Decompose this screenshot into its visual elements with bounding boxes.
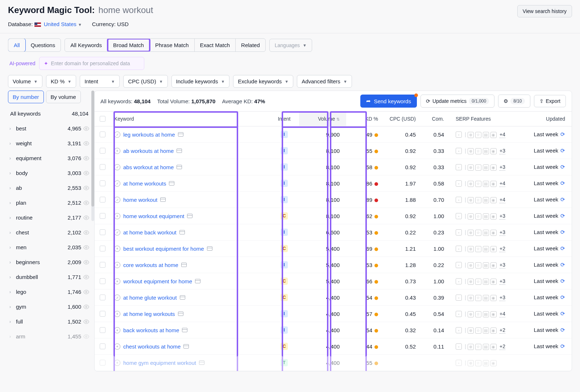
tab-related[interactable]: Related bbox=[236, 39, 265, 51]
serp-more[interactable]: +3 bbox=[500, 295, 505, 301]
sidebar-item-full[interactable]: ›full1,502 bbox=[8, 314, 91, 329]
serp-window-icon[interactable] bbox=[183, 344, 189, 349]
sidebar-item-dumbbell[interactable]: ›dumbbell1,771 bbox=[8, 270, 91, 284]
sidebar-item-ab[interactable]: ›ab2,553 bbox=[8, 180, 91, 195]
languages-dropdown[interactable]: Languages ▼ bbox=[269, 39, 312, 52]
row-checkbox[interactable] bbox=[100, 327, 105, 333]
refresh-icon[interactable]: ⟳ bbox=[560, 213, 565, 219]
plus-icon[interactable]: + bbox=[114, 246, 120, 252]
filter-cpc[interactable]: CPC (USD)▼ bbox=[123, 75, 167, 88]
check-icon[interactable]: ✓ bbox=[114, 197, 120, 203]
serp-more[interactable]: +3 bbox=[500, 262, 505, 268]
col-com[interactable]: Com. bbox=[419, 112, 448, 126]
refresh-icon[interactable]: ⟳ bbox=[560, 147, 565, 154]
sidebar-item-routine[interactable]: ›routine2,177 bbox=[8, 210, 91, 225]
keyword-link[interactable]: at home workouts bbox=[123, 180, 166, 187]
col-serp[interactable]: SERP Features bbox=[448, 112, 517, 126]
tab-phrase-match[interactable]: Phrase Match bbox=[150, 39, 195, 51]
row-checkbox[interactable] bbox=[100, 278, 105, 284]
keyword-link[interactable]: best workout equipment for home bbox=[123, 246, 204, 252]
filter-volume[interactable]: Volume▼ bbox=[8, 75, 42, 88]
serp-more[interactable]: +4 bbox=[500, 132, 505, 138]
sidebar-item-plan[interactable]: ›plan2,512 bbox=[8, 195, 91, 210]
refresh-icon[interactable]: ⟳ bbox=[560, 229, 565, 235]
serp-window-icon[interactable] bbox=[181, 263, 187, 267]
row-checkbox[interactable] bbox=[100, 148, 105, 154]
tab-questions[interactable]: Questions bbox=[25, 39, 61, 51]
col-cpc[interactable]: CPC (USD) bbox=[383, 112, 419, 126]
refresh-icon[interactable]: ⟳ bbox=[560, 180, 565, 186]
serp-more[interactable]: +2 bbox=[500, 246, 505, 252]
plus-icon[interactable]: + bbox=[114, 148, 120, 154]
serp-window-icon[interactable] bbox=[177, 165, 182, 169]
keyword-link[interactable]: at home glute workout bbox=[123, 295, 177, 301]
serp-window-icon[interactable] bbox=[207, 246, 212, 251]
serp-more[interactable]: +3 bbox=[500, 213, 505, 220]
keyword-link[interactable]: home workout bbox=[123, 197, 157, 203]
tab-broad-match[interactable]: Broad Match bbox=[108, 39, 150, 51]
serp-window-icon[interactable] bbox=[169, 181, 174, 185]
sidebar-item-arm[interactable]: ›arm1,455 bbox=[8, 329, 91, 344]
sidebar-scrollbar[interactable] bbox=[91, 91, 94, 221]
plus-icon[interactable]: + bbox=[114, 213, 120, 219]
refresh-icon[interactable]: ⟳ bbox=[560, 164, 565, 170]
sidebar-all-keywords[interactable]: All keywords 48,104 bbox=[8, 106, 91, 121]
sidebar-item-lego[interactable]: ›lego1,746 bbox=[8, 284, 91, 299]
row-checkbox[interactable] bbox=[100, 311, 105, 317]
serp-window-icon[interactable] bbox=[187, 214, 192, 218]
col-updated[interactable]: Updated bbox=[517, 112, 572, 126]
serp-more[interactable]: +4 bbox=[500, 180, 505, 187]
row-checkbox[interactable] bbox=[100, 180, 105, 186]
serp-window-icon[interactable] bbox=[195, 279, 200, 283]
send-keywords-button[interactable]: ➦ Send keywords bbox=[360, 95, 417, 108]
keyword-link[interactable]: workout equipment for home bbox=[123, 278, 192, 284]
check-icon[interactable]: ✓ bbox=[114, 180, 120, 187]
sidebar-item-best[interactable]: ›best4,965 bbox=[8, 121, 91, 136]
col-intent[interactable]: Intent bbox=[269, 112, 299, 126]
refresh-icon[interactable]: ⟳ bbox=[560, 294, 565, 300]
keyword-link[interactable]: back workouts at home bbox=[123, 327, 179, 333]
sidebar-item-body[interactable]: ›body3,003 bbox=[8, 166, 91, 180]
update-metrics-button[interactable]: ⟳ Update metrics 0/1,000 bbox=[420, 95, 494, 108]
serp-window-icon[interactable] bbox=[177, 149, 182, 153]
row-checkbox[interactable] bbox=[100, 343, 105, 349]
keyword-link[interactable]: home workout equipment bbox=[123, 213, 184, 219]
tab-exact-match[interactable]: Exact Match bbox=[195, 39, 236, 51]
keyword-link[interactable]: ab workouts at home bbox=[123, 148, 174, 154]
sidebar-item-chest[interactable]: ›chest2,102 bbox=[8, 225, 91, 240]
serp-window-icon[interactable] bbox=[178, 132, 183, 137]
check-icon[interactable]: ✓ bbox=[114, 132, 120, 138]
keyword-link[interactable]: home gym equipment workout bbox=[123, 360, 196, 366]
serp-window-icon[interactable] bbox=[160, 197, 166, 202]
refresh-icon[interactable]: ⟳ bbox=[560, 327, 565, 333]
sidebar-item-gym[interactable]: ›gym1,600 bbox=[8, 299, 91, 314]
plus-icon[interactable]: + bbox=[114, 311, 120, 317]
filter-intent[interactable]: Intent▼ bbox=[80, 75, 120, 88]
sidebar-item-weight[interactable]: ›weight3,191 bbox=[8, 136, 91, 151]
export-button[interactable]: ⇪ Export bbox=[534, 95, 566, 107]
row-checkbox[interactable] bbox=[100, 197, 105, 203]
filter-kd[interactable]: KD %▼ bbox=[46, 75, 76, 88]
col-volume[interactable]: Volume⇅ bbox=[299, 112, 346, 126]
tab-all-keywords[interactable]: All Keywords bbox=[65, 39, 108, 51]
serp-more[interactable]: +4 bbox=[500, 311, 505, 317]
row-checkbox[interactable] bbox=[100, 132, 105, 137]
plus-icon[interactable]: + bbox=[114, 360, 120, 366]
ai-domain-input[interactable]: ✦ Enter domain for personalized data bbox=[39, 57, 144, 70]
sidebar-item-equipment[interactable]: ›equipment3,076 bbox=[8, 151, 91, 166]
serp-window-icon[interactable] bbox=[180, 295, 185, 300]
check-icon[interactable]: ✓ bbox=[114, 229, 120, 235]
sidebar-item-beginners[interactable]: ›beginners2,009 bbox=[8, 255, 91, 270]
check-icon[interactable]: ✓ bbox=[114, 295, 120, 301]
refresh-icon[interactable]: ⟳ bbox=[560, 343, 565, 349]
refresh-icon[interactable]: ⟳ bbox=[560, 262, 565, 268]
col-keyword[interactable]: Keyword bbox=[111, 112, 269, 126]
keyword-link[interactable]: at home back workout bbox=[123, 229, 177, 235]
select-all-checkbox[interactable] bbox=[100, 116, 105, 122]
serp-more[interactable]: +3 bbox=[500, 229, 505, 236]
refresh-icon[interactable]: ⟳ bbox=[560, 196, 565, 203]
view-history-button[interactable]: View search history bbox=[517, 5, 572, 17]
plus-icon[interactable]: + bbox=[114, 278, 120, 284]
row-checkbox[interactable] bbox=[100, 213, 105, 219]
serp-window-icon[interactable] bbox=[179, 230, 185, 234]
